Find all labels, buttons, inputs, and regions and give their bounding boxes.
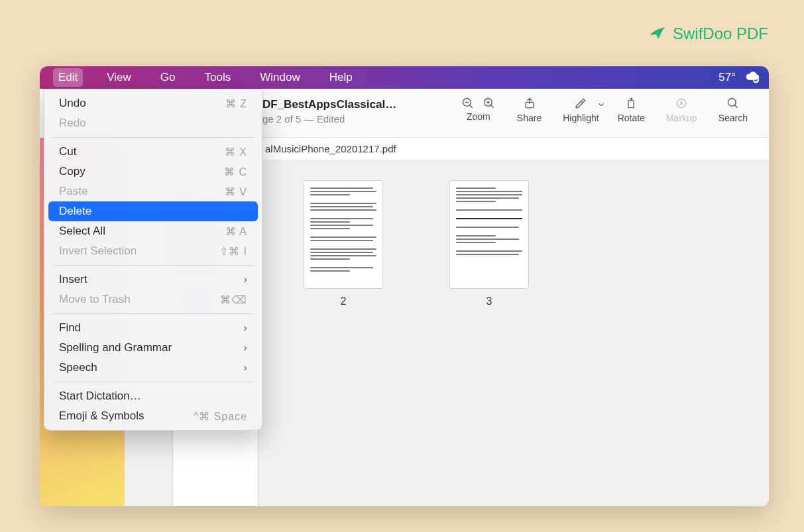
chevron-right-icon: › [243, 361, 247, 374]
swifdoo-bird-icon [648, 24, 667, 44]
menu-separator [52, 382, 254, 382]
menu-copy[interactable]: Copy⌘ C [48, 162, 258, 182]
menu-help[interactable]: Help [324, 68, 358, 87]
page-number-2: 2 [341, 295, 347, 307]
menu-insert[interactable]: Insert› [48, 270, 258, 290]
menu-start-dictation[interactable]: Start Dictation… [48, 386, 258, 406]
menu-move-to-trash: Move to Trash⌘⌫ [48, 290, 258, 309]
brand-logo: SwifDoo PDF [648, 24, 768, 44]
svg-line-2 [469, 105, 472, 108]
menu-redo: Redo [48, 113, 258, 133]
app-window: Edit View Go Tools Window Help 57° DF_Be… [40, 66, 769, 506]
menu-delete[interactable]: Delete [48, 201, 258, 221]
markup-button[interactable]: Markup [657, 95, 707, 125]
highlight-chevron-icon[interactable] [597, 100, 606, 109]
edit-menu-dropdown: Undo⌘ Z Redo Cut⌘ X Copy⌘ C Paste⌘ V Del… [44, 89, 262, 431]
menu-paste: Paste⌘ V [48, 182, 258, 201]
menu-edit[interactable]: Edit [53, 68, 83, 87]
menu-speech[interactable]: Speech› [48, 358, 258, 378]
menu-emoji-symbols[interactable]: Emoji & Symbols^⌘ Space [48, 406, 258, 426]
page-number-3: 3 [487, 295, 492, 307]
share-button[interactable]: Share [508, 95, 551, 125]
document-title-area: DF_BestAppsClassical… ge 2 of 5 — Edited [262, 98, 396, 125]
page-thumbnail-2[interactable] [304, 180, 383, 289]
svg-rect-9 [628, 101, 634, 108]
menu-cut[interactable]: Cut⌘ X [48, 142, 258, 162]
chevron-right-icon: › [243, 321, 247, 335]
menubar-temperature[interactable]: 57° [718, 71, 736, 84]
svg-line-12 [734, 105, 737, 108]
page-thumbnail-3[interactable] [449, 180, 529, 289]
share-label: Share [517, 113, 542, 123]
menu-go[interactable]: Go [155, 68, 181, 87]
zoom-in-button[interactable] [479, 95, 505, 111]
menubar: Edit View Go Tools Window Help 57° [40, 66, 769, 89]
rotate-button[interactable]: Rotate [608, 95, 654, 125]
svg-point-0 [753, 77, 759, 83]
search-button[interactable]: Search [709, 95, 757, 125]
zoom-label: Zoom [467, 111, 490, 122]
menu-select-all[interactable]: Select All⌘ A [48, 221, 258, 241]
brand-name: SwifDoo PDF [673, 25, 768, 43]
menu-invert-selection: Invert Selection⇧⌘ I [48, 241, 258, 261]
rotate-label: Rotate [618, 113, 645, 123]
svg-point-11 [728, 99, 736, 107]
menu-undo[interactable]: Undo⌘ Z [48, 93, 258, 113]
menu-separator [52, 137, 254, 138]
menu-find[interactable]: Find› [48, 318, 258, 338]
chevron-right-icon: › [243, 341, 247, 354]
document-subtitle: ge 2 of 5 — Edited [262, 113, 396, 125]
highlight-label: Highlight [563, 113, 599, 123]
menu-spelling-grammar[interactable]: Spelling and Grammar› [48, 338, 258, 358]
svg-line-5 [490, 105, 493, 108]
cloud-sync-icon[interactable] [745, 70, 760, 85]
document-title: DF_BestAppsClassical… [262, 98, 396, 111]
chevron-right-icon: › [243, 273, 247, 286]
menu-view[interactable]: View [101, 68, 137, 87]
zoom-out-button[interactable] [452, 95, 479, 111]
menu-separator [52, 313, 254, 314]
markup-label: Markup [666, 113, 697, 123]
menu-window[interactable]: Window [255, 68, 305, 87]
menu-separator [52, 265, 254, 266]
search-label: Search [718, 113, 748, 123]
menu-tools[interactable]: Tools [200, 68, 237, 87]
pathbar-filename: alMusiciPhone_20201217.pdf [265, 143, 396, 154]
